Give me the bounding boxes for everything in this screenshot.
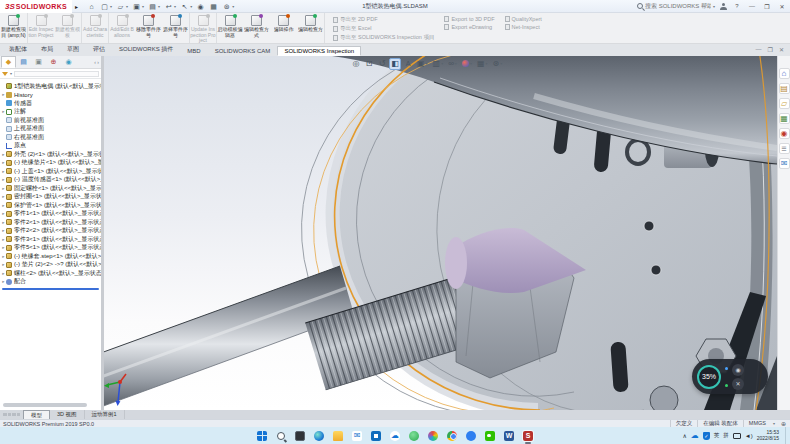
tree-item[interactable]: (-) 绝缘垫片<1> (默认<<默认>_显示 [1,159,101,168]
apply-scene-icon[interactable] [475,58,490,70]
language-indicator[interactable]: 英 [714,432,720,439]
file-explorer-icon[interactable] [779,98,790,109]
tab-featuremanager[interactable] [1,56,16,68]
green-app-icon[interactable] [408,430,420,442]
edit-inspection[interactable]: 编辑检查方 [297,13,324,43]
tree-item[interactable]: (-) 绝缘套.step<1> (默认<<默认>_ [1,252,101,261]
volume-icon[interactable]: ◄) [745,433,753,439]
select-cursor-icon[interactable]: ↖ [180,2,192,11]
doc-restore-button[interactable]: ❐ [768,46,773,53]
menu-flyout-icon[interactable]: ▸ [75,3,78,10]
edge-icon[interactable] [313,430,325,442]
panel-tabs-overflow-icon[interactable]: ‹ › [94,59,101,65]
ribbon-tab[interactable]: SOLIDWORKS Inspection [277,46,361,56]
model-tab[interactable]: 3D 视图 [50,410,85,419]
export-menu-item[interactable]: Export to 3D PDF [444,16,494,22]
restore-button[interactable]: ❐ [762,3,772,10]
tree-item[interactable]: 零件1<1> (默认<<默认>_显示状态- [1,210,101,219]
rollback-bar[interactable] [2,288,99,290]
design-library-icon[interactable] [779,83,790,94]
tree-item[interactable]: 1型铠装热电偶 (默认<默认_显示状态-1 [1,82,101,91]
photos-icon[interactable] [427,430,439,442]
ribbon-tab[interactable]: MBD [180,46,207,56]
zoom-to-area-icon[interactable] [363,58,375,70]
wechat-icon[interactable] [484,430,496,442]
taskbar-clock[interactable]: 15:53 2022/8/15 [757,430,779,441]
add-edit-balloons[interactable]: Add/Edit Balloons [108,13,135,43]
tab-propertymanager[interactable] [16,56,31,68]
rebuild-lights-icon[interactable]: ◉ [196,2,205,11]
remove-balloons[interactable]: 移除零件序号 [135,13,162,43]
export-menu-item[interactable]: 导出至 Excel [333,25,434,32]
undo-icon[interactable]: ↩ [164,2,176,11]
start-button[interactable] [256,430,268,442]
ribbon-tab[interactable]: SOLIDWORKS CAM [208,46,278,56]
3d-viewport[interactable]: 35% ◉ ✕ [104,56,777,410]
tab-configurationmanager[interactable] [31,56,46,68]
tree-item[interactable]: 螺柱<2> (默认<<默认>_显示状态 [1,269,101,278]
dynamic-annotation-views-icon[interactable] [402,58,414,70]
solidworks-forum-icon[interactable] [779,158,790,169]
search-caret-icon[interactable]: ▾ [713,4,715,9]
tree-item[interactable]: 上视基准面 [1,125,101,134]
display-grid-icon[interactable]: ▦ [209,2,218,11]
section-view-icon[interactable] [389,58,401,70]
export-menu-item[interactable]: 导出至 SOLIDWORKS Inspection 项目 [333,34,434,41]
login-icon[interactable] [720,3,727,10]
solidworks-icon[interactable] [522,430,534,442]
tree-item[interactable]: (-) 垫片 (2)<2> ->? (默认<<默认> [1,261,101,270]
tree-item[interactable]: (-) 上盖<1> (默认<<默认>_显示状态 [1,167,101,176]
edit-operations[interactable]: 编辑操作 [270,13,297,43]
doc-close-button[interactable]: ✕ [779,46,784,53]
onedrive-tray-icon[interactable]: ☁ [691,431,699,440]
tree-item[interactable]: 配合 [1,278,101,287]
options-gear-icon[interactable]: ⊛ [222,2,234,11]
view-settings-icon[interactable] [490,58,504,70]
tab-displaymanager[interactable] [61,56,76,68]
tab-scroll-controls[interactable] [0,413,23,417]
status-globe-icon[interactable]: ⊕ [777,420,790,427]
tree-item[interactable]: 注解 [1,108,101,117]
security-shield-icon[interactable]: ✓ [703,432,710,440]
model-tab[interactable]: 运动算例1 [85,410,125,419]
tree-item[interactable]: 原点 [1,142,101,151]
display-tray-icon[interactable] [733,433,741,439]
tree-item[interactable]: 零件5<1> (默认<<默认>_显示状态 [1,244,101,253]
appearances-scenes-icon[interactable] [779,128,790,139]
tray-chevron-icon[interactable]: ∧ [682,432,686,439]
file-explorer-icon[interactable] [332,430,344,442]
print-icon[interactable]: ▤ [148,2,160,11]
store-icon[interactable] [370,430,382,442]
update-inspection-project[interactable]: Update Inspection Project [189,13,216,43]
tree-item[interactable]: 密封圈<1> (默认<<默认>_显示状态 [1,193,101,202]
help-button[interactable]: ? [732,3,742,9]
export-menu-item[interactable]: Net-Inspect [505,24,542,30]
blue-app-icon[interactable] [465,430,477,442]
hide-show-items-icon[interactable] [446,58,459,70]
export-menu-item[interactable]: 导出至 2D PDF [333,16,434,23]
home-icon[interactable]: ⌂ [87,2,96,11]
tree-item[interactable]: 保护管<1> (默认<<默认>_显示状态 [1,201,101,210]
tree-item[interactable]: 前视基准面 [1,116,101,125]
show-desktop-button[interactable] [785,427,787,444]
edit-appearance-icon[interactable] [460,58,474,70]
doc-minimize-button[interactable]: — [756,46,762,53]
ribbon-tab[interactable]: 装配体 [2,43,34,56]
filter-caret-icon[interactable]: ▾ [10,71,12,76]
tree-item[interactable]: 传感器 [1,99,101,108]
ribbon-tab[interactable]: 布局 [34,43,60,56]
view-palette-icon[interactable] [779,113,790,124]
help-search[interactable]: ▾ [637,3,715,9]
solidworks-resources-icon[interactable] [779,68,790,79]
new-inspection-template[interactable]: 新建检查模板 [54,13,81,43]
new-document-icon[interactable]: ▢ [100,2,112,11]
export-menu-item[interactable]: Export eDrawing [444,24,494,30]
model-tab[interactable]: 模型 [23,410,50,419]
add-characteristic[interactable]: Add Characteristic [81,13,108,43]
screen-recorder-overlay[interactable]: 35% ◉ ✕ [692,359,768,394]
open-icon[interactable]: ▱ [116,2,128,11]
tree-item[interactable]: 外壳 (2)<1> (默认<<默认>_显示状态 [1,150,101,159]
tree-item[interactable]: 零件2<1> (默认<<默认>_显示状态 [1,218,101,227]
mail-icon[interactable] [351,430,363,442]
select-balloons[interactable]: 选择零件序号 [162,13,189,43]
